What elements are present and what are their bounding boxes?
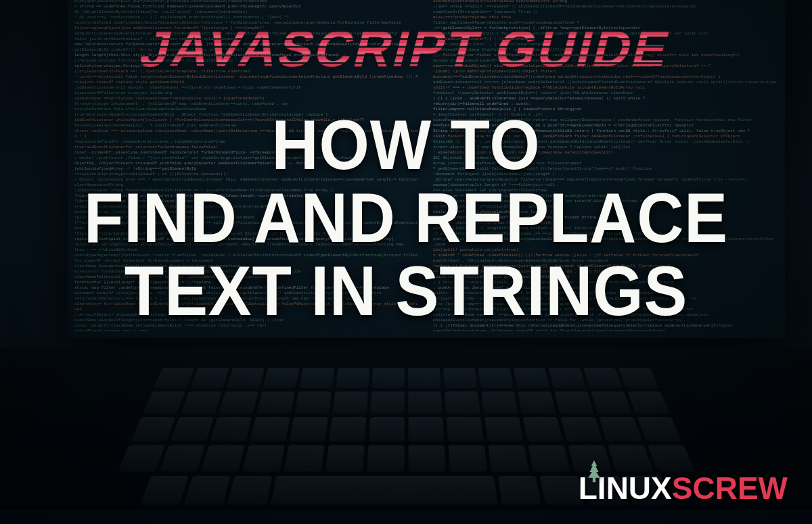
title-line-2: FIND AND REPLACE: [32, 181, 780, 254]
title-line-3: TEXT IN STRINGS: [32, 254, 780, 327]
hero-banner: for mapconst||=!!className)querySelector…: [0, 0, 812, 524]
pine-tree-icon: [585, 455, 603, 479]
subtitle-text: JAVASCRIPT GUIDE: [135, 19, 677, 78]
logo-text-linux: LINUX: [579, 470, 672, 506]
keyboard-keys: [28, 368, 784, 479]
title-line-1: HOW TO: [32, 108, 780, 181]
logo-text-screw: SCREW: [672, 470, 788, 506]
site-logo: LINUX SCREW: [579, 470, 788, 506]
main-title: HOW TO FIND AND REPLACE TEXT IN STRINGS: [0, 108, 812, 327]
